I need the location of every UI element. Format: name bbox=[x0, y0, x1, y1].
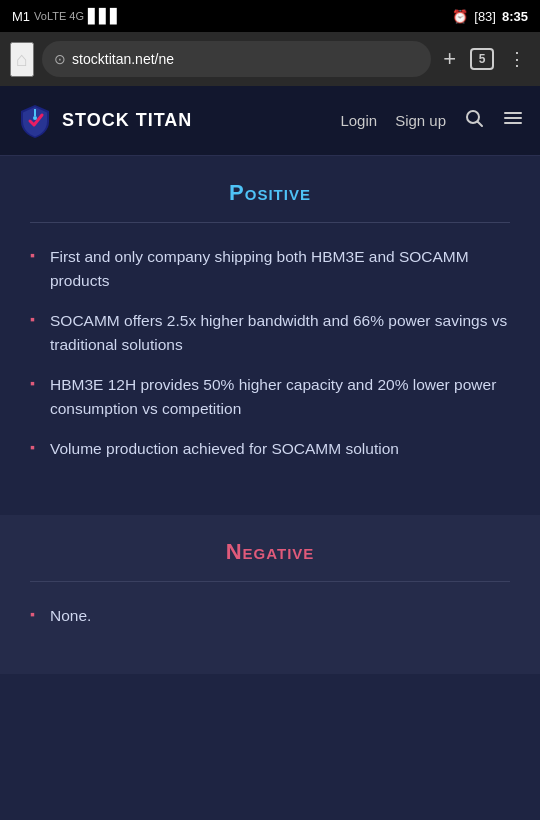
alarm-icon: ⏰ bbox=[452, 9, 468, 24]
url-bar[interactable]: ⊙ stocktitan.net/ne bbox=[42, 41, 431, 77]
list-item: Volume production achieved for SOCAMM so… bbox=[30, 437, 510, 461]
positive-divider bbox=[30, 222, 510, 223]
signup-link[interactable]: Sign up bbox=[395, 112, 446, 129]
search-icon bbox=[464, 108, 484, 128]
positive-bullet-list: First and only company shipping both HBM… bbox=[30, 245, 510, 461]
list-item: HBM3E 12H provides 50% higher capacity a… bbox=[30, 373, 510, 421]
negative-section: Negative None. bbox=[0, 515, 540, 674]
login-link[interactable]: Login bbox=[340, 112, 377, 129]
add-tab-button[interactable]: + bbox=[439, 42, 460, 76]
list-item: SOCAMM offers 2.5x higher bandwidth and … bbox=[30, 309, 510, 357]
carrier-label: M1 bbox=[12, 9, 30, 24]
status-left: M1 VoLTE 4G ▋▋▋ bbox=[12, 8, 121, 24]
signal-icon: ▋▋▋ bbox=[88, 8, 121, 24]
status-right: ⏰ [83] 8:35 bbox=[452, 9, 528, 24]
logo-container: STOCK TITAN bbox=[16, 102, 192, 140]
status-bar: M1 VoLTE 4G ▋▋▋ ⏰ [83] 8:35 bbox=[0, 0, 540, 32]
browser-chrome: ⌂ ⊙ stocktitan.net/ne + 5 ⋮ bbox=[0, 32, 540, 86]
list-item: First and only company shipping both HBM… bbox=[30, 245, 510, 293]
tab-count-badge[interactable]: 5 bbox=[470, 48, 494, 70]
negative-bullet-list: None. bbox=[30, 604, 510, 628]
browser-actions: + 5 ⋮ bbox=[439, 42, 530, 76]
svg-line-2 bbox=[478, 122, 483, 127]
positive-section: Positive First and only company shipping… bbox=[0, 156, 540, 507]
network-label: VoLTE 4G bbox=[34, 10, 84, 22]
positive-title: Positive bbox=[30, 180, 510, 206]
url-text: stocktitan.net/ne bbox=[72, 51, 419, 67]
home-button[interactable]: ⌂ bbox=[10, 42, 34, 77]
browser-menu-button[interactable]: ⋮ bbox=[504, 44, 530, 74]
logo-icon bbox=[16, 102, 54, 140]
main-content: Positive First and only company shipping… bbox=[0, 156, 540, 820]
hamburger-icon bbox=[502, 107, 524, 129]
list-item: None. bbox=[30, 604, 510, 628]
battery-indicator: [83] bbox=[474, 9, 496, 24]
negative-divider bbox=[30, 581, 510, 582]
logo-text: STOCK TITAN bbox=[62, 110, 192, 131]
svg-point-0 bbox=[33, 116, 37, 120]
url-security-icon: ⊙ bbox=[54, 51, 66, 67]
negative-title: Negative bbox=[30, 539, 510, 565]
site-header: STOCK TITAN Login Sign up bbox=[0, 86, 540, 156]
time-label: 8:35 bbox=[502, 9, 528, 24]
search-button[interactable] bbox=[464, 108, 484, 133]
header-nav: Login Sign up bbox=[340, 107, 524, 134]
hamburger-menu-button[interactable] bbox=[502, 107, 524, 134]
